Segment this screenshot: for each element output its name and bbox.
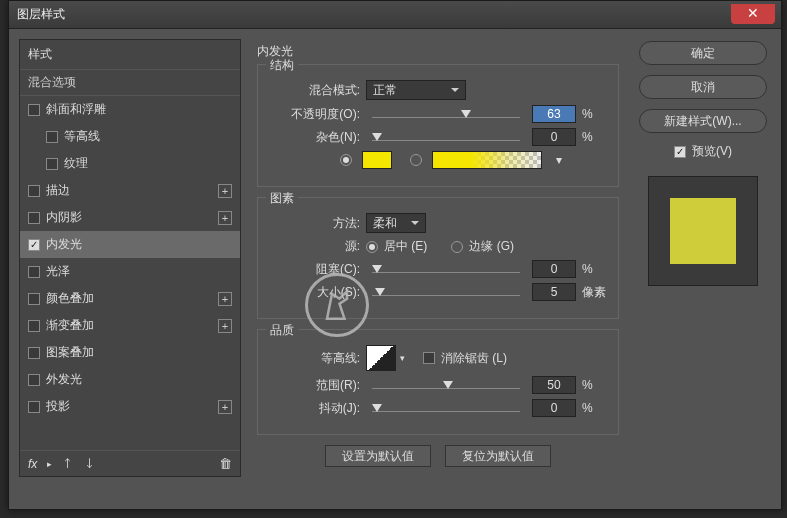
noise-input[interactable]: 0: [532, 128, 576, 146]
blend-mode-select[interactable]: 正常: [366, 80, 466, 100]
style-checkbox[interactable]: [28, 320, 40, 332]
add-effect-icon[interactable]: +: [218, 292, 232, 306]
style-checkbox[interactable]: [28, 185, 40, 197]
contour-picker[interactable]: [366, 345, 396, 371]
quality-group: 品质 等高线: ▾ 消除锯齿 (L) 范围(R): 50 % 抖动(J):: [257, 329, 619, 435]
choke-unit: %: [582, 262, 606, 276]
opacity-slider[interactable]: [372, 106, 520, 122]
opacity-label: 不透明度(O):: [270, 106, 360, 123]
gradient-swatch[interactable]: [432, 151, 542, 169]
blend-options-item[interactable]: 混合选项: [20, 70, 240, 96]
style-checkbox[interactable]: [28, 401, 40, 413]
style-checkbox[interactable]: [28, 104, 40, 116]
choke-label: 阻塞(C):: [270, 261, 360, 278]
style-label: 渐变叠加: [46, 317, 94, 334]
window-title: 图层样式: [17, 6, 65, 23]
right-panel: 确定 取消 新建样式(W)... 预览(V): [635, 39, 771, 477]
gradient-radio[interactable]: [410, 154, 422, 166]
add-effect-icon[interactable]: +: [218, 211, 232, 225]
style-item-8[interactable]: 渐变叠加+: [20, 312, 240, 339]
style-checkbox[interactable]: [46, 158, 58, 170]
antialias-checkbox[interactable]: [423, 352, 435, 364]
style-item-0[interactable]: 斜面和浮雕: [20, 96, 240, 123]
fx-icon[interactable]: fx: [28, 457, 37, 471]
style-checkbox[interactable]: [28, 347, 40, 359]
range-input[interactable]: 50: [532, 376, 576, 394]
jitter-label: 抖动(J):: [270, 400, 360, 417]
range-slider[interactable]: [372, 377, 520, 393]
jitter-input[interactable]: 0: [532, 399, 576, 417]
style-label: 斜面和浮雕: [46, 101, 106, 118]
technique-select[interactable]: 柔和: [366, 213, 426, 233]
close-button[interactable]: ✕: [731, 4, 775, 24]
style-item-4[interactable]: 内阴影+: [20, 204, 240, 231]
style-label: 描边: [46, 182, 70, 199]
add-effect-icon[interactable]: +: [218, 319, 232, 333]
elements-group: 图素 方法: 柔和 源: 居中 (E) 边缘 (G) 阻塞(C): 0 %: [257, 197, 619, 319]
style-label: 光泽: [46, 263, 70, 280]
range-unit: %: [582, 378, 606, 392]
style-label: 内发光: [46, 236, 82, 253]
style-item-5[interactable]: 内发光: [20, 231, 240, 258]
style-item-7[interactable]: 颜色叠加+: [20, 285, 240, 312]
reset-default-button[interactable]: 复位为默认值: [445, 445, 551, 467]
choke-input[interactable]: 0: [532, 260, 576, 278]
add-effect-icon[interactable]: +: [218, 400, 232, 414]
cancel-button[interactable]: 取消: [639, 75, 767, 99]
style-item-6[interactable]: 光泽: [20, 258, 240, 285]
style-checkbox[interactable]: [28, 374, 40, 386]
style-checkbox[interactable]: [28, 239, 40, 251]
titlebar[interactable]: 图层样式 ✕: [9, 1, 781, 29]
make-default-button[interactable]: 设置为默认值: [325, 445, 431, 467]
source-center-radio[interactable]: [366, 241, 378, 253]
structure-group: 结构 混合模式: 正常 不透明度(O): 63 % 杂色(N): 0 %: [257, 64, 619, 187]
structure-legend: 结构: [266, 57, 298, 74]
size-input[interactable]: 5: [532, 283, 576, 301]
source-center-label: 居中 (E): [384, 238, 427, 255]
preview-box: [648, 176, 758, 286]
style-item-11[interactable]: 投影+: [20, 393, 240, 420]
color-radio[interactable]: [340, 154, 352, 166]
quality-legend: 品质: [266, 322, 298, 339]
new-style-button[interactable]: 新建样式(W)...: [639, 109, 767, 133]
choke-slider[interactable]: [372, 261, 520, 277]
style-item-2[interactable]: 纹理: [20, 150, 240, 177]
style-item-9[interactable]: 图案叠加: [20, 339, 240, 366]
style-checkbox[interactable]: [46, 131, 58, 143]
size-slider[interactable]: [372, 284, 520, 300]
elements-legend: 图素: [266, 190, 298, 207]
move-down-icon[interactable]: 🡓: [84, 457, 96, 471]
style-item-10[interactable]: 外发光: [20, 366, 240, 393]
source-label: 源:: [270, 238, 360, 255]
style-item-3[interactable]: 描边+: [20, 177, 240, 204]
style-checkbox[interactable]: [28, 293, 40, 305]
move-up-icon[interactable]: 🡑: [62, 457, 74, 471]
color-swatch[interactable]: [362, 151, 392, 169]
style-item-1[interactable]: 等高线: [20, 123, 240, 150]
size-unit: 像素: [582, 284, 606, 301]
style-label: 投影: [46, 398, 70, 415]
style-checkbox[interactable]: [28, 212, 40, 224]
preview-swatch: [670, 198, 736, 264]
ok-button[interactable]: 确定: [639, 41, 767, 65]
style-label: 等高线: [64, 128, 100, 145]
preview-checkbox[interactable]: [674, 146, 686, 158]
add-effect-icon[interactable]: +: [218, 184, 232, 198]
noise-slider[interactable]: [372, 129, 520, 145]
range-label: 范围(R):: [270, 377, 360, 394]
source-edge-label: 边缘 (G): [469, 238, 514, 255]
trash-icon[interactable]: 🗑: [219, 456, 232, 471]
antialias-label: 消除锯齿 (L): [441, 350, 507, 367]
jitter-slider[interactable]: [372, 400, 520, 416]
source-edge-radio[interactable]: [451, 241, 463, 253]
styles-list-panel: 样式 混合选项 斜面和浮雕等高线纹理描边+内阴影+内发光光泽颜色叠加+渐变叠加+…: [19, 39, 241, 477]
noise-unit: %: [582, 130, 606, 144]
opacity-input[interactable]: 63: [532, 105, 576, 123]
styles-header: 样式: [20, 40, 240, 70]
opacity-unit: %: [582, 107, 606, 121]
style-checkbox[interactable]: [28, 266, 40, 278]
blend-mode-label: 混合模式:: [270, 82, 360, 99]
style-label: 颜色叠加: [46, 290, 94, 307]
contour-label: 等高线:: [270, 350, 360, 367]
gradient-dropdown-icon[interactable]: ▾: [552, 153, 566, 167]
